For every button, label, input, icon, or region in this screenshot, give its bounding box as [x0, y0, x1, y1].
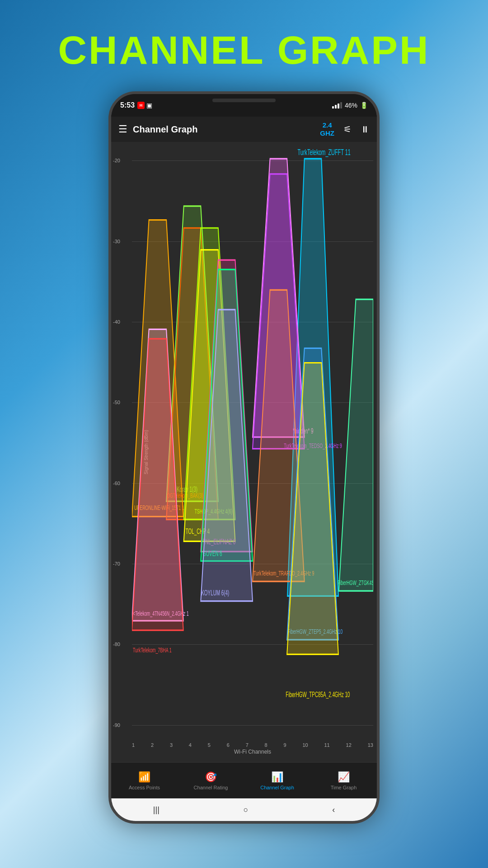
nav-access-points[interactable]: 📶 Access Points [111, 771, 178, 790]
home-indicator-bar: ||| ○ ‹ [111, 798, 377, 821]
y-label-minus60: -60 [113, 481, 120, 486]
home-button[interactable]: ○ [244, 805, 249, 815]
wifi-icon: 📶 [138, 771, 150, 783]
battery-icon: 🔋 [360, 102, 368, 109]
app-bar: ☰ Channel Graph 2.4GHZ ⚟ ⏸ [111, 117, 377, 142]
svg-text:KOYLUM 6(4): KOYLUM 6(4) [201, 589, 229, 597]
status-right: 46% 🔋 [332, 102, 368, 109]
notification-icon-white: ▣ [146, 102, 152, 109]
nav-channel-graph[interactable]: 📊 Channel Graph [244, 771, 310, 790]
nav-channel-rating[interactable]: 🎯 Channel Rating [178, 771, 244, 790]
nav-label-access-points: Access Points [129, 785, 160, 790]
chart-area: -20 -30 -40 -50 -60 -70 -80 -90 Signal S… [111, 142, 377, 762]
x-labels: 123456 78910111213 [132, 740, 373, 749]
app-bar-title: Channel Graph [133, 124, 314, 135]
y-label-minus70: -70 [113, 561, 120, 566]
svg-text:FiberHGW_ZTGK4S_2.4GHz 13: FiberHGW_ZTGK4S_2.4GHz 13 [338, 579, 373, 587]
bar-chart-icon: 📊 [271, 771, 283, 783]
notification-icon-red: H [137, 102, 145, 109]
y-label-minus20: -20 [113, 158, 120, 163]
svg-text:FiberHGW_TPC85A_2.4GHz 10: FiberHGW_TPC85A_2.4GHz 10 [286, 691, 350, 699]
y-label-minus30: -30 [113, 239, 120, 244]
nav-time-graph[interactable]: 📈 Time Graph [310, 771, 377, 790]
y-label-minus40: -40 [113, 319, 120, 325]
y-label-minus90: -90 [113, 722, 120, 728]
x-axis: 123456 78910111213 Wi-Fi Channels [132, 740, 373, 762]
nav-label-channel-rating: Channel Rating [194, 785, 228, 790]
page-title: CHANNEL GRAPH [58, 27, 430, 73]
status-time: 5:53 [120, 101, 135, 109]
battery-percentage: 46% [345, 102, 357, 109]
back-button[interactable]: ‹ [332, 805, 335, 815]
svg-marker-22 [339, 299, 373, 591]
filter-icon[interactable]: ⚟ [343, 124, 352, 135]
frequency-badge[interactable]: 2.4GHZ [320, 121, 334, 137]
y-label-minus80: -80 [113, 642, 120, 647]
status-bar: 5:53 H ▣ 46% 🔋 [111, 94, 377, 117]
wifi-channel-chart: TurkTelekom_ZUFFT 11 *hidden* 9 TurkTele… [132, 142, 373, 740]
pause-icon[interactable]: ⏸ [361, 124, 370, 135]
recent-apps-button[interactable]: ||| [153, 805, 160, 815]
x-axis-title: Wi-Fi Channels [132, 749, 373, 755]
svg-text:TurkTelekom_7BHA 1: TurkTelekom_7BHA 1 [133, 646, 172, 654]
target-icon: 🎯 [205, 771, 217, 783]
signal-icon [332, 102, 342, 108]
menu-icon[interactable]: ☰ [118, 123, 127, 135]
nav-label-time-graph: Time Graph [331, 785, 357, 790]
svg-text:TurkTelekom_ZUFFT 11: TurkTelekom_ZUFFT 11 [298, 148, 351, 156]
line-chart-icon: 📈 [338, 771, 350, 783]
phone-wrapper: 5:53 H ▣ 46% 🔋 ☰ Channel Graph 2.4GHZ ⚟ … [108, 91, 380, 824]
bottom-nav: 📶 Access Points 🎯 Channel Rating 📊 Chann… [111, 762, 377, 798]
y-label-minus50: -50 [113, 400, 120, 405]
nav-label-channel-graph: Channel Graph [260, 785, 294, 790]
